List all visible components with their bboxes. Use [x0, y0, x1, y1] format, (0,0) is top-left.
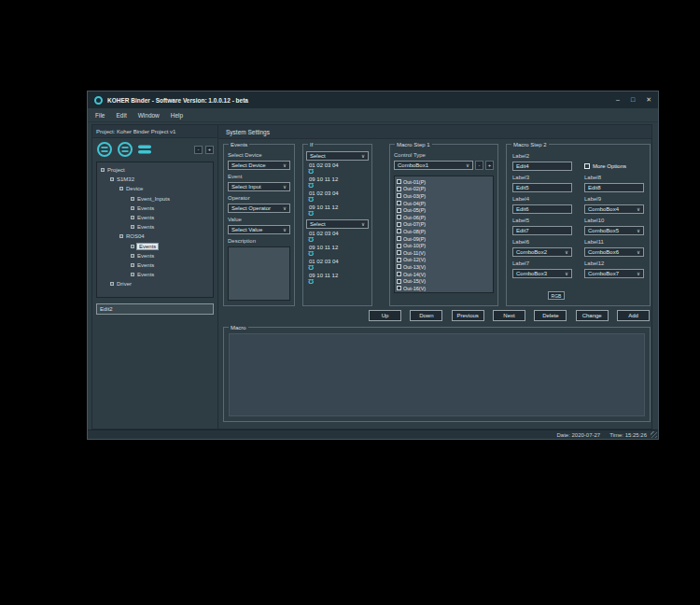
expand-button[interactable]: +	[205, 146, 214, 154]
checkbox-icon[interactable]	[397, 222, 401, 227]
resize-grip-icon[interactable]	[651, 431, 657, 438]
combobox2[interactable]: ComboBox2∨	[512, 247, 572, 257]
checkbox-icon[interactable]	[397, 215, 401, 219]
toggle-icon[interactable]: Ʊ	[306, 264, 369, 271]
add-button[interactable]: Add	[617, 310, 650, 321]
checkbox-icon[interactable]	[397, 264, 401, 269]
menu-edit[interactable]: Edit	[116, 112, 126, 119]
tree-node-bullet[interactable]	[131, 245, 134, 248]
output-list-item[interactable]: Out-11(V)	[397, 249, 491, 257]
output-list-item[interactable]: Out-09(P)	[397, 235, 491, 243]
description-textarea[interactable]	[228, 246, 290, 301]
macro-list-area[interactable]	[229, 333, 645, 416]
toggle-icon[interactable]: Ʊ	[306, 210, 369, 217]
remove-button[interactable]: -	[475, 161, 483, 170]
edit5-field[interactable]: Edit5	[512, 183, 572, 192]
menu-window[interactable]: Window	[138, 112, 160, 119]
tree-node-bullet[interactable]	[131, 197, 134, 201]
tab-system-settings[interactable]: System Settings	[218, 125, 651, 139]
output-list-item[interactable]: Out-15(V)	[397, 277, 491, 285]
tree-node-events[interactable]: Events	[99, 270, 211, 279]
rgb-button[interactable]: RGB	[548, 291, 565, 300]
more-options-checkbox[interactable]: More Options	[584, 162, 644, 171]
combobox5[interactable]: ComboBox5∨	[584, 226, 644, 235]
tree-node-ros04[interactable]: ROS04	[99, 232, 211, 241]
circle-menu-icon[interactable]	[96, 141, 113, 158]
checkbox-icon[interactable]	[397, 286, 401, 290]
tree-node-bullet[interactable]	[131, 263, 134, 267]
checkbox-icon[interactable]	[397, 244, 401, 248]
delete-button[interactable]: Delete	[534, 310, 567, 321]
tree-node-bullet[interactable]	[131, 225, 134, 229]
output-list-item[interactable]: Out-14(V)	[397, 271, 491, 278]
checkbox-icon[interactable]	[397, 250, 401, 255]
checkbox-icon[interactable]	[584, 163, 590, 169]
operator-combobox[interactable]: Select Operator∨	[228, 204, 290, 213]
tree-node-bullet[interactable]	[110, 177, 114, 181]
checkbox-icon[interactable]	[397, 193, 401, 198]
change-button[interactable]: Change	[576, 310, 609, 321]
if-select-combobox[interactable]: Select∨	[306, 219, 369, 229]
output-list-item[interactable]: Out-08(P)	[397, 228, 491, 235]
event-combobox[interactable]: Select Input∨	[228, 182, 290, 191]
tree-node-driver[interactable]: Driver	[99, 279, 211, 288]
checkbox-icon[interactable]	[397, 258, 401, 262]
output-list-item[interactable]: Out-13(V)	[397, 263, 491, 271]
value-combobox[interactable]: Select Value∨	[228, 225, 290, 234]
output-list-item[interactable]: Out-04(P)	[397, 200, 491, 207]
edit7-field[interactable]: Edit7	[512, 226, 572, 235]
output-list-item[interactable]: Out-01(P)	[397, 178, 491, 186]
output-list-item[interactable]: Out-07(P)	[397, 221, 491, 229]
up-button[interactable]: Up	[369, 310, 401, 321]
output-list-item[interactable]: Out-05(P)	[397, 206, 491, 214]
previous-button[interactable]: Previous	[452, 310, 484, 321]
toggle-icon[interactable]: Ʊ	[306, 182, 369, 189]
checkbox-icon[interactable]	[397, 187, 401, 191]
close-icon[interactable]: ✕	[646, 95, 651, 105]
tree-node-events[interactable]: Events	[99, 213, 211, 222]
output-list-item[interactable]: Out-16(V)	[397, 285, 491, 292]
control-type-combobox[interactable]: ComboBox1∨	[394, 161, 473, 170]
output-list-item[interactable]: Out-03(P)	[397, 192, 491, 200]
output-list-item[interactable]: Out-02(P)	[397, 186, 491, 193]
tree-node-device[interactable]: Device	[99, 184, 211, 193]
toggle-icon[interactable]: Ʊ	[306, 250, 369, 257]
menu-file[interactable]: File	[95, 112, 105, 119]
toggle-icon[interactable]: Ʊ	[306, 168, 369, 175]
tree-node-events[interactable]: Events	[99, 204, 211, 213]
menu-help[interactable]: Help	[171, 112, 183, 119]
output-list-item[interactable]: Out-12(V)	[397, 257, 491, 264]
checkbox-icon[interactable]	[397, 229, 401, 233]
tree-node-bullet[interactable]	[119, 187, 123, 190]
next-button[interactable]: Next	[493, 310, 525, 321]
circle-menu-icon[interactable]	[117, 141, 133, 158]
minimize-icon[interactable]: –	[616, 95, 620, 105]
combobox7[interactable]: ComboBox7∨	[584, 269, 644, 278]
tree-node-events[interactable]: Events	[99, 251, 211, 260]
toggle-icon[interactable]: Ʊ	[306, 196, 369, 203]
edit6-field[interactable]: Edit6	[512, 204, 572, 214]
tree-node-bullet[interactable]	[101, 168, 105, 172]
device-combobox[interactable]: Select Device∨	[228, 161, 290, 170]
combobox4[interactable]: ComboBox4∨	[584, 204, 644, 214]
toggle-icon[interactable]: Ʊ	[306, 278, 369, 285]
tree-node-events[interactable]: Events	[99, 260, 211, 270]
title-bar[interactable]: KOHER Binder - Software Version: 1.0.0.1…	[88, 91, 658, 108]
checkbox-icon[interactable]	[397, 179, 401, 184]
bars-menu-icon[interactable]	[137, 143, 152, 156]
tree-node-event-inputs[interactable]: Event_Inputs	[99, 194, 211, 204]
output-list-item[interactable]: Out-06(P)	[397, 214, 491, 221]
checkbox-icon[interactable]	[397, 201, 401, 205]
output-list-item[interactable]: Out-10(P)	[397, 242, 491, 249]
tree-node-bullet[interactable]	[131, 216, 134, 219]
tree-node-s1m32[interactable]: S1M32	[99, 175, 211, 184]
tree-node-project[interactable]: Project	[99, 165, 211, 175]
rename-input[interactable]: Edit2	[96, 303, 214, 315]
edit8-field[interactable]: Edit8	[584, 183, 644, 192]
collapse-button[interactable]: -	[194, 146, 203, 154]
combobox3[interactable]: ComboBox3∨	[512, 269, 572, 278]
tree-node-bullet[interactable]	[110, 282, 114, 286]
checkbox-icon[interactable]	[397, 272, 401, 276]
tree-node-events[interactable]: Events	[99, 222, 211, 232]
toggle-icon[interactable]: Ʊ	[306, 236, 369, 243]
